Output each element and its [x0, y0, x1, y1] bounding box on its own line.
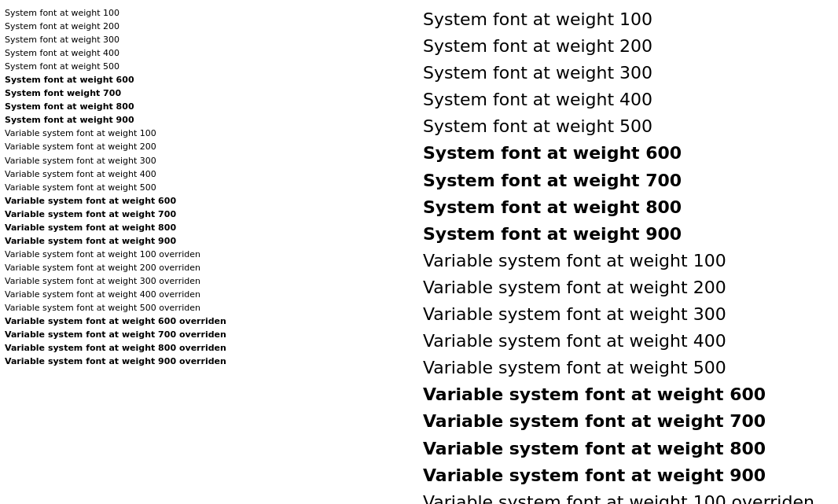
right-text-entry-0: System font at weight 100: [423, 6, 833, 33]
left-text-entry-17: Variable system font at weight 900: [5, 234, 415, 248]
main-container: System font at weight 100System font at …: [0, 0, 838, 504]
right-text-entry-3: System font at weight 400: [423, 86, 833, 113]
left-text-entry-20: Variable system font at weight 300 overr…: [5, 274, 415, 288]
left-text-entry-14: Variable system font at weight 600: [5, 194, 415, 208]
right-text-entry-18: Variable system font at weight 100 overr…: [423, 489, 833, 504]
left-text-entry-10: Variable system font at weight 200: [5, 140, 415, 153]
right-text-entry-16: Variable system font at weight 800: [423, 436, 833, 462]
left-text-entry-2: System font at weight 300: [5, 33, 415, 46]
left-text-entry-13: Variable system font at weight 500: [5, 181, 415, 194]
left-text-entry-26: Variable system font at weight 900 overr…: [5, 355, 415, 368]
right-text-entry-5: System font at weight 600: [423, 140, 833, 167]
left-text-entry-4: System font at weight 500: [5, 60, 415, 73]
right-text-entry-8: System font at weight 900: [423, 221, 833, 248]
left-text-entry-19: Variable system font at weight 200 overr…: [5, 261, 415, 274]
left-text-entry-25: Variable system font at weight 800 overr…: [5, 341, 415, 355]
right-text-entry-10: Variable system font at weight 200: [423, 274, 833, 301]
right-text-entry-14: Variable system font at weight 600: [423, 381, 833, 408]
right-text-entry-12: Variable system font at weight 400: [423, 328, 833, 355]
left-text-entry-5: System font at weight 600: [5, 73, 415, 86]
left-text-entry-3: System font at weight 400: [5, 46, 415, 60]
left-column: System font at weight 100System font at …: [5, 6, 415, 504]
left-text-entry-23: Variable system font at weight 600 overr…: [5, 315, 415, 328]
right-text-entry-7: System font at weight 800: [423, 194, 833, 221]
right-text-entry-13: Variable system font at weight 500: [423, 355, 833, 381]
left-text-entry-9: Variable system font at weight 100: [5, 127, 415, 140]
right-column: System font at weight 100System font at …: [415, 6, 833, 504]
left-text-entry-22: Variable system font at weight 500 overr…: [5, 301, 415, 315]
left-text-entry-15: Variable system font at weight 700: [5, 208, 415, 221]
right-text-entry-9: Variable system font at weight 100: [423, 248, 833, 274]
right-text-entry-2: System font at weight 300: [423, 60, 833, 86]
left-text-entry-11: Variable system font at weight 300: [5, 154, 415, 167]
left-text-entry-16: Variable system font at weight 800: [5, 221, 415, 234]
right-text-entry-11: Variable system font at weight 300: [423, 301, 833, 328]
left-text-entry-18: Variable system font at weight 100 overr…: [5, 248, 415, 261]
left-text-entry-12: Variable system font at weight 400: [5, 167, 415, 181]
right-text-entry-17: Variable system font at weight 900: [423, 462, 833, 489]
left-text-entry-24: Variable system font at weight 700 overr…: [5, 328, 415, 341]
left-text-entry-8: System font at weight 900: [5, 113, 415, 127]
right-text-entry-15: Variable system font at weight 700: [423, 408, 833, 435]
left-text-entry-6: System font weight 700: [5, 86, 415, 100]
right-text-entry-1: System font at weight 200: [423, 33, 833, 60]
left-text-entry-21: Variable system font at weight 400 overr…: [5, 288, 415, 301]
right-text-entry-4: System font at weight 500: [423, 113, 833, 140]
left-text-entry-1: System font at weight 200: [5, 20, 415, 33]
right-text-entry-6: System font at weight 700: [423, 167, 833, 194]
left-text-entry-0: System font at weight 100: [5, 6, 415, 20]
left-text-entry-7: System font at weight 800: [5, 100, 415, 113]
